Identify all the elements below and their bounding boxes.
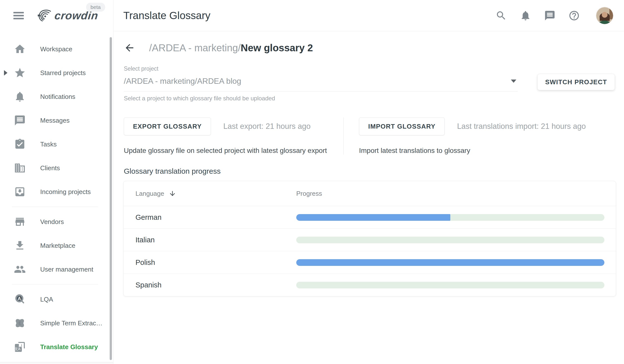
progress-bar-fill (296, 259, 604, 266)
people-icon (14, 263, 26, 275)
glossary-actions: EXPORT GLOSSARY Last export: 21 hours ag… (124, 117, 616, 155)
search-icon[interactable] (495, 10, 507, 21)
storefront-icon (14, 216, 26, 228)
table-row[interactable]: Polish (124, 251, 616, 274)
crowdin-mark-icon (37, 9, 53, 23)
atom-icon: E (14, 317, 26, 329)
project-select-value: /ARDEA - marketing/ARDEA blog (124, 77, 241, 86)
building-icon (14, 162, 26, 174)
sidebar-item-label: Marketplace (40, 242, 75, 250)
sidebar-scrollbar[interactable] (110, 37, 112, 360)
sidebar-item-label: Vendors (40, 218, 64, 226)
export-status: Last export: 21 hours ago (223, 122, 311, 131)
top-bar-main: Translate Glossary (113, 0, 624, 31)
sidebar-item-notifications[interactable]: Notifications (0, 85, 113, 109)
sidebar-item-marketplace[interactable]: Marketplace (0, 234, 113, 257)
language-name: Spanish (135, 281, 162, 289)
sidebar: Workspace Starred projects Notifications… (0, 31, 113, 364)
project-select-label: Select project (124, 65, 518, 72)
switch-project-button[interactable]: SWITCH PROJECT (537, 74, 615, 90)
hamburger-menu-icon[interactable] (11, 10, 26, 21)
sort-descending-icon[interactable] (169, 190, 176, 197)
export-section: EXPORT GLOSSARY Last export: 21 hours ag… (124, 117, 343, 155)
expand-caret-icon[interactable] (4, 70, 7, 76)
sidebar-item-label: Translate Glossary (40, 343, 98, 351)
help-icon[interactable] (568, 10, 580, 21)
breadcrumb-path[interactable]: /ARDEA - marketing/ (149, 42, 241, 53)
crowdin-logo[interactable]: crowdin beta (37, 9, 98, 23)
import-glossary-button[interactable]: IMPORT GLOSSARY (359, 117, 445, 135)
page-title: Translate Glossary (123, 10, 210, 22)
sidebar-divider (12, 207, 98, 207)
project-select-input[interactable]: /ARDEA - marketing/ARDEA blog (124, 72, 518, 91)
chevron-down-icon (511, 80, 516, 83)
sidebar-item-label: LQA (40, 296, 53, 303)
sidebar-item-simple-term-extraction[interactable]: E Simple Term Extrac… (0, 311, 113, 335)
table-row[interactable]: German (124, 206, 616, 228)
svg-text:文A: 文A (14, 347, 20, 351)
import-section: IMPORT GLOSSARY Last translations import… (359, 117, 616, 155)
sidebar-item-tasks[interactable]: Tasks (0, 132, 113, 156)
svg-text:A: A (18, 296, 21, 301)
progress-bar-track (296, 282, 604, 288)
sidebar-item-label: Simple Term Extrac… (40, 319, 102, 327)
breadcrumb: /ARDEA - marketing/New glossary 2 (149, 42, 313, 54)
progress-bar-track (296, 214, 604, 221)
svg-text:E: E (19, 321, 21, 325)
sidebar-item-label: Messages (40, 117, 70, 124)
sidebar-item-incoming-projects[interactable]: Incoming projects (0, 180, 113, 204)
language-name: Polish (135, 258, 155, 267)
sidebar-item-vendors[interactable]: Vendors (0, 210, 113, 234)
download-icon (14, 240, 26, 252)
top-bar-icons (495, 7, 613, 24)
sidebar-item-workspace[interactable]: Workspace (0, 37, 113, 61)
home-icon (14, 43, 26, 55)
project-select-block: Select project /ARDEA - marketing/ARDEA … (124, 65, 518, 102)
sidebar-item-label: User management (40, 266, 93, 273)
messages-icon[interactable] (544, 10, 556, 21)
sidebar-item-lqa[interactable]: A LQA (0, 287, 113, 311)
sidebar-item-user-management[interactable]: User management (0, 257, 113, 281)
sidebar-item-label: Starred projects (40, 69, 86, 77)
column-header-progress[interactable]: Progress (296, 190, 322, 197)
sidebar-item-label: Incoming projects (40, 188, 91, 196)
sidebar-item-starred-projects[interactable]: Starred projects (0, 61, 113, 85)
language-name: Italian (135, 236, 155, 244)
top-bar-left: crowdin beta (0, 0, 113, 31)
beta-badge: beta (86, 3, 105, 12)
actions-divider (343, 117, 344, 155)
table-header: Language Progress (124, 181, 616, 206)
star-icon (14, 67, 26, 79)
progress-table: Language Progress GermanItalianPolishSpa… (123, 181, 616, 296)
progress-bar-track (296, 259, 604, 266)
notifications-icon[interactable] (520, 10, 531, 21)
import-status: Last translations import: 21 hours ago (457, 122, 586, 131)
table-row[interactable]: Italian (124, 228, 616, 251)
breadcrumb-row: /ARDEA - marketing/New glossary 2 (124, 42, 313, 54)
user-avatar[interactable] (596, 7, 613, 24)
chat-icon (14, 114, 26, 126)
sidebar-divider (12, 284, 98, 284)
inbox-icon (14, 186, 26, 198)
progress-bar-track (296, 237, 604, 243)
sidebar-item-clients[interactable]: Clients (0, 156, 113, 180)
column-header-language[interactable]: Language (135, 190, 164, 197)
back-arrow-icon[interactable] (124, 42, 135, 54)
table-row[interactable]: Spanish (124, 274, 616, 296)
lqa-icon: A (14, 293, 26, 305)
sidebar-item-translate-glossary[interactable]: 文A Translate Glossary (0, 335, 113, 359)
sidebar-item-label: Clients (40, 164, 60, 172)
translate-icon: 文A (14, 341, 26, 353)
sidebar-item-label: Notifications (40, 93, 75, 101)
sidebar-bottom-divider (0, 362, 113, 364)
sidebar-item-messages[interactable]: Messages (0, 109, 113, 132)
sidebar-item-label: Workspace (40, 45, 72, 53)
table-body: GermanItalianPolishSpanish (124, 206, 616, 296)
tasks-icon (14, 138, 26, 150)
project-select-helper: Select a project to which glossary file … (124, 95, 518, 102)
import-description: Import latest translations to glossary (359, 147, 616, 155)
main-content: /ARDEA - marketing/New glossary 2 Select… (113, 31, 624, 364)
export-glossary-button[interactable]: EXPORT GLOSSARY (124, 117, 211, 135)
sidebar-item-label: Tasks (40, 140, 57, 148)
app-window: crowdin beta Translate Glossary (0, 0, 624, 364)
